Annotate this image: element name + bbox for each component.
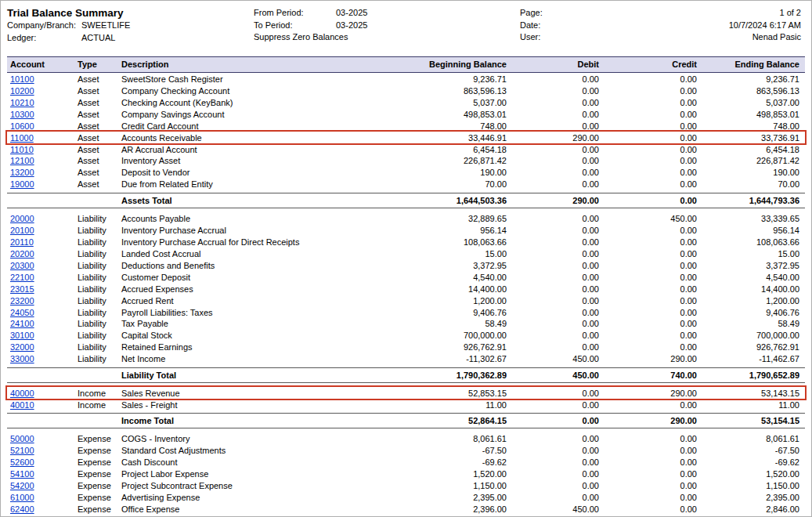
account-cell: 10600 — [7, 120, 74, 132]
type-cell: Liability — [74, 236, 118, 248]
ending-balance-cell: 700,000.00 — [700, 330, 805, 342]
type-cell: Income — [74, 399, 118, 410]
beginning-balance-cell: 4,540.00 — [316, 271, 510, 283]
account-link[interactable]: 11010 — [10, 145, 34, 154]
account-link[interactable]: 33000 — [10, 354, 34, 363]
account-link[interactable]: 10200 — [10, 86, 34, 96]
beginning-balance-cell: 1,644,503.36 — [316, 193, 510, 208]
account-link[interactable]: 12100 — [10, 156, 34, 165]
credit-cell: 290.00 — [602, 353, 700, 365]
account-link[interactable]: 32000 — [10, 342, 34, 352]
to-period-label: To Period: — [254, 20, 336, 32]
account-link[interactable]: 52600 — [10, 457, 34, 467]
account-cell: 10210 — [7, 96, 74, 108]
beginning-balance-cell: 8,061.61 — [316, 432, 510, 444]
column-header-debit: Debit — [510, 57, 602, 73]
description-cell: Deductions and Benefits — [118, 259, 316, 271]
account-link[interactable]: 23200 — [10, 296, 34, 306]
credit-cell: 0.00 — [602, 179, 700, 190]
header-right-column: Page: 1 of 2 Date: 10/7/2024 6:17 AM Use… — [520, 7, 805, 44]
account-link[interactable]: 13200 — [10, 168, 34, 177]
account-link[interactable]: 10100 — [10, 74, 34, 84]
total-label: Assets Total — [118, 193, 316, 208]
account-link[interactable]: 22100 — [10, 273, 34, 282]
credit-cell: 0.00 — [602, 318, 700, 330]
type-cell — [74, 414, 118, 428]
user-label: User: — [520, 31, 540, 44]
account-link[interactable]: 20110 — [10, 237, 34, 247]
table-row: 20000LiabilityAccounts Payable32,889.650… — [7, 212, 805, 224]
total-label: Income Total — [118, 414, 316, 428]
beginning-balance-cell: 32,889.65 — [316, 212, 510, 224]
ending-balance-cell: 1,790,652.89 — [700, 368, 805, 382]
account-link[interactable]: 20000 — [10, 214, 34, 223]
type-cell: Asset — [74, 167, 118, 179]
table-row: 52100ExpenseStandard Cost Adjustments-67… — [7, 444, 805, 456]
account-link[interactable]: 10600 — [10, 121, 34, 131]
account-link[interactable]: 24100 — [10, 319, 34, 328]
credit-cell: 0.00 — [602, 468, 700, 479]
credit-cell: 0.00 — [602, 399, 700, 410]
table-row: 52600ExpenseCash Discount-69.620.000.00-… — [7, 456, 805, 468]
account-link[interactable]: 30100 — [10, 331, 34, 340]
account-link[interactable]: 19000 — [10, 179, 34, 189]
debit-cell: 0.00 — [510, 479, 602, 491]
date-value: 10/7/2024 6:17 AM — [729, 20, 805, 32]
page-label: Page: — [520, 7, 543, 20]
account-link[interactable]: 62400 — [10, 504, 34, 514]
account-link[interactable]: 61000 — [10, 493, 34, 502]
beginning-balance-cell: 9,406.76 — [316, 306, 510, 318]
table-row: 23200LiabilityAccrued Rent1,200.000.000.… — [7, 295, 805, 306]
debit-cell: 0.00 — [510, 248, 602, 259]
user-value: Nenad Pasic — [752, 31, 805, 44]
account-link[interactable]: 24050 — [10, 308, 34, 317]
debit-cell: 0.00 — [510, 271, 602, 283]
ending-balance-cell: 4,540.00 — [700, 271, 805, 283]
account-link[interactable]: 20100 — [10, 226, 34, 235]
account-link[interactable]: 54200 — [10, 481, 34, 490]
type-cell: Expense — [74, 491, 118, 503]
account-link[interactable]: 23015 — [10, 284, 34, 294]
account-cell: 40010 — [7, 399, 74, 410]
date-label: Date: — [520, 20, 540, 32]
table-row: 32000LiabilityRetained Earnings926,762.9… — [7, 342, 805, 353]
ending-balance-cell: 15.00 — [700, 248, 805, 259]
ledger-label: Ledger: — [7, 32, 81, 45]
type-cell: Liability — [74, 212, 118, 224]
credit-cell: 290.00 — [602, 387, 700, 399]
account-cell: 10300 — [7, 108, 74, 120]
credit-cell: 0.00 — [602, 456, 700, 468]
account-link[interactable]: 10210 — [10, 98, 34, 107]
account-link[interactable]: 40000 — [10, 389, 34, 398]
account-link[interactable]: 11000 — [10, 133, 34, 143]
account-link[interactable]: 20200 — [10, 249, 34, 258]
beginning-balance-cell: 1,520.00 — [316, 468, 510, 479]
table-row: 23015LiabilityAccrued Expenses14,400.000… — [7, 283, 805, 295]
debit-cell: 0.00 — [510, 179, 602, 190]
ending-balance-cell: 956.14 — [700, 224, 805, 236]
account-cell: 62400 — [7, 503, 74, 515]
account-link[interactable]: 20300 — [10, 261, 34, 270]
account-link[interactable]: 40010 — [10, 400, 34, 410]
account-link[interactable]: 50000 — [10, 434, 34, 443]
credit-cell: 0.00 — [602, 503, 700, 515]
account-link[interactable]: 10300 — [10, 110, 34, 119]
table-row: 33000LiabilityNet Income-11,302.67450.00… — [7, 353, 805, 365]
account-cell: 23200 — [7, 295, 74, 306]
description-cell: Payroll Liabilities: Taxes — [118, 306, 316, 318]
account-link[interactable]: 54100 — [10, 469, 34, 479]
debit-cell: 0.00 — [510, 167, 602, 179]
total-row: Assets Total1,644,503.36290.000.001,644,… — [7, 193, 805, 208]
table-row: 30100LiabilityCapital Stock700,000.000.0… — [7, 330, 805, 342]
credit-cell: 0.00 — [602, 432, 700, 444]
table-row: 10200AssetCompany Checking Account863,59… — [7, 85, 805, 96]
description-cell: Project Subcontract Expense — [118, 479, 316, 491]
column-header-credit: Credit — [602, 57, 700, 73]
debit-cell: 450.00 — [510, 503, 602, 515]
ending-balance-cell: 14,400.00 — [700, 283, 805, 295]
ending-balance-cell: -69.62 — [700, 456, 805, 468]
account-link[interactable]: 52100 — [10, 446, 34, 455]
to-period-row: To Period: 03-2025 — [254, 20, 520, 32]
ending-balance-cell: 11.00 — [700, 399, 805, 410]
account-cell: 50000 — [7, 432, 74, 444]
